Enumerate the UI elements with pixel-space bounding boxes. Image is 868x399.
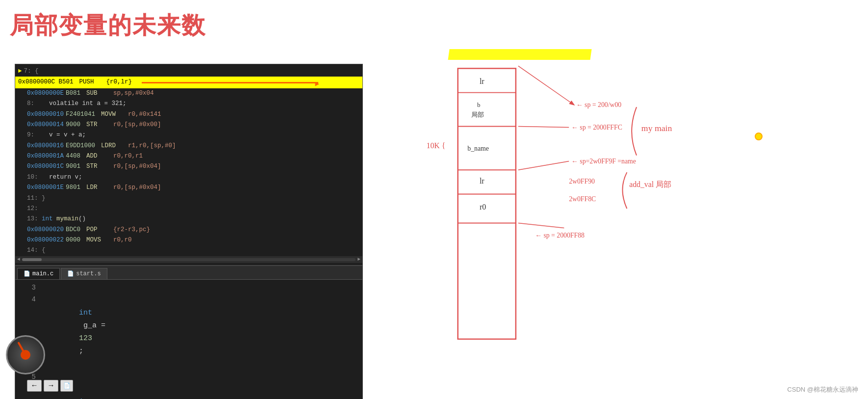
svg-text:add_val 局部: add_val 局部 bbox=[629, 180, 671, 188]
operand-push: {r0,lr} bbox=[106, 78, 132, 87]
disasm-source-9: 9: v = v + a; bbox=[15, 130, 362, 140]
nav-forward-btn[interactable]: → bbox=[44, 380, 58, 392]
line-num: 7: { bbox=[24, 67, 39, 76]
watermark: CSDN @棉花糖永远滴神 bbox=[787, 385, 858, 394]
svg-rect-0 bbox=[458, 68, 516, 339]
line-arrow: ► bbox=[18, 67, 22, 76]
bp-3 bbox=[15, 282, 22, 294]
nav-doc-btn[interactable]: 📄 bbox=[60, 380, 73, 392]
horiz-scrollbar[interactable]: ◄ ► bbox=[15, 256, 362, 263]
src-8-content: volatile int a = 321; bbox=[49, 99, 127, 108]
line-num-8: 8: bbox=[27, 99, 49, 108]
tab-start-s[interactable]: 📄 start.s bbox=[61, 268, 107, 279]
svg-text:10K {: 10K { bbox=[427, 141, 446, 150]
disasm-asm-add: 0x0800001A 4408 ADD r0,r0,r1 bbox=[15, 151, 362, 161]
svg-text:2w0FF8C: 2w0FF8C bbox=[569, 195, 596, 203]
disasm-source-10: 10: return v; bbox=[15, 172, 362, 183]
dial-needle bbox=[17, 342, 26, 355]
svg-text:b: b bbox=[477, 102, 480, 108]
disasm-asm-str2: 0x0800001C 9001 STR r0,[sp,#0x04] bbox=[15, 161, 362, 172]
tab-bar: 📄 main.c 📄 start.s bbox=[15, 266, 362, 280]
hex-sub: B081 bbox=[66, 89, 80, 98]
bp-6 bbox=[15, 383, 22, 399]
svg-line-20 bbox=[518, 223, 564, 228]
src-content-6: int add_val ( volatile int v ) bbox=[42, 383, 362, 399]
addr-sub: 0x0800000E bbox=[27, 89, 64, 98]
svg-text:lr: lr bbox=[480, 177, 485, 185]
svg-text:← sp = 2000FF88: ← sp = 2000FF88 bbox=[535, 232, 585, 239]
dial-center bbox=[21, 350, 30, 360]
disasm-asm-str1: 0x08000014 9000 STR r0,[sp,#0x00] bbox=[15, 120, 362, 130]
tab-main-c-label: main.c bbox=[32, 270, 53, 277]
debug-nav-bar: ← → 📄 bbox=[27, 380, 73, 392]
push-arrow: ▶ bbox=[142, 82, 318, 83]
src-num-3: 3 bbox=[22, 282, 42, 294]
svg-line-16 bbox=[518, 161, 569, 170]
svg-text:r0: r0 bbox=[480, 203, 486, 211]
num-4: 123 bbox=[79, 334, 92, 343]
svg-text:b_name: b_name bbox=[467, 145, 489, 152]
svg-line-14 bbox=[518, 127, 569, 128]
src-content-3 bbox=[42, 282, 362, 294]
diagram-area: lr b 局部 b_name lr r0 ← sp = 200/w00 ← sp… bbox=[402, 49, 745, 368]
svg-text:2w0FF90: 2w0FF90 bbox=[569, 178, 595, 185]
disasm-source-11: 11: } bbox=[15, 193, 362, 204]
disasm-asm-push: 0x0800000C B501 PUSH {r0,lr} ▶ bbox=[15, 77, 362, 88]
svg-line-12 bbox=[518, 66, 574, 105]
nav-back-btn[interactable]: ← bbox=[27, 380, 42, 392]
space-4: g_a = bbox=[79, 321, 110, 330]
src-line-4: 4 int g_a = 123 ; bbox=[15, 293, 362, 371]
rotary-dial[interactable] bbox=[6, 335, 45, 374]
cursor-indicator bbox=[755, 133, 763, 140]
src-content-5 bbox=[42, 371, 362, 383]
diagram-svg: lr b 局部 b_name lr r0 ← sp = 200/w00 ← sp… bbox=[402, 49, 745, 368]
toolbar-area bbox=[6, 335, 45, 374]
disasm-section: ► 7: { 0x0800000C B501 PUSH {r0,lr} ▶ 0x… bbox=[15, 64, 362, 266]
disasm-source-14: 14: { bbox=[15, 245, 362, 256]
svg-text:← sp=2w0FF9F =name: ← sp=2w0FF9F =name bbox=[571, 158, 636, 165]
disasm-asm-movs: 0x08000022 0000 MOVS r0,r0 bbox=[15, 235, 362, 245]
disasm-asm-pop: 0x08000020 BDC0 POP {r2-r3,pc} bbox=[15, 225, 362, 235]
disasm-asm-movw: 0x08000010 F2401041 MOVW r0,#0x141 bbox=[15, 109, 362, 120]
svg-text:← sp = 2000FFFC: ← sp = 2000FFFC bbox=[571, 124, 622, 131]
svg-text:my main: my main bbox=[641, 123, 672, 133]
code-editor: ► 7: { 0x0800000C B501 PUSH {r0,lr} ▶ 0x… bbox=[15, 64, 363, 399]
yellow-highlight bbox=[448, 49, 591, 60]
mnemonic-push: PUSH bbox=[79, 78, 106, 87]
svg-text:局部: 局部 bbox=[471, 111, 484, 118]
disasm-asm-ldr: 0x0800001E 9801 LDR r0,[sp,#0x04] bbox=[15, 183, 362, 193]
tab-main-c-icon: 📄 bbox=[24, 270, 30, 277]
kw-int-4: int bbox=[79, 309, 92, 317]
disasm-source-line-7: ► 7: { bbox=[15, 66, 362, 77]
tab-start-s-icon: 📄 bbox=[67, 270, 74, 277]
svg-text:← sp = 200/w00: ← sp = 200/w00 bbox=[576, 101, 621, 108]
disasm-asm-ldrd: 0x08000016 E9DD1000 LDRD r1,r0,[sp,#0] bbox=[15, 141, 362, 151]
disasm-asm-sub: 0x0800000E B081 SUB sp,sp,#0x04 bbox=[15, 88, 362, 99]
src-content-4: int g_a = 123 ; bbox=[42, 293, 362, 371]
disasm-source-8: 8: volatile int a = 321; bbox=[15, 99, 362, 109]
disasm-source-13: 13: int mymain () bbox=[15, 214, 362, 224]
tab-start-s-label: start.s bbox=[76, 270, 101, 277]
page-title: 局部变量的未来数 bbox=[10, 10, 206, 41]
svg-text:lr: lr bbox=[480, 77, 485, 85]
disasm-source-12: 12: bbox=[15, 204, 362, 214]
mn-sub: SUB bbox=[86, 89, 113, 98]
src-line-3: 3 bbox=[15, 282, 362, 294]
tab-main-c[interactable]: 📄 main.c bbox=[17, 268, 60, 279]
addr-push: 0x0800000C B501 bbox=[18, 78, 74, 87]
